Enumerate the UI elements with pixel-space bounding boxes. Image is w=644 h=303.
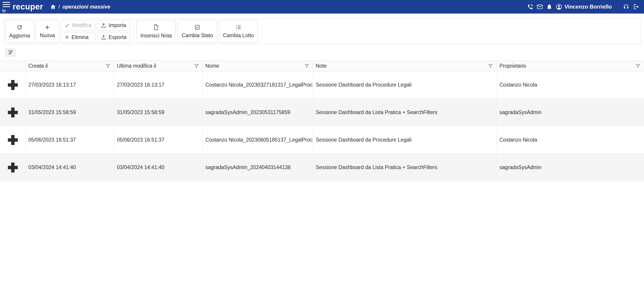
logout-icon[interactable] <box>633 4 639 10</box>
cell-creata-il: 31/05/2023 15:58:59 <box>26 99 114 126</box>
elimina-button[interactable]: Elimina <box>61 32 96 43</box>
import-export-group: Importa Esporta <box>97 20 130 43</box>
cell-proprietario: sagradaSysAdmin <box>496 99 644 126</box>
column-header-note[interactable]: Note <box>313 61 496 71</box>
sidebar-snippet-label: le <box>2 8 6 13</box>
expand-row-button[interactable] <box>6 79 19 91</box>
filter-icon[interactable] <box>106 64 110 68</box>
status-icon <box>194 24 200 30</box>
cell-note: Sessione Dashboard da Lista Pratica + Se… <box>313 154 496 181</box>
column-header-creata-il[interactable]: Creata il <box>26 61 114 71</box>
aggiorna-button[interactable]: Aggiorna <box>5 20 34 43</box>
note-icon <box>153 24 159 31</box>
cambia-lotto-label: Cambia Lotto <box>223 33 254 39</box>
modifica-label: Modifica <box>72 22 92 29</box>
export-icon <box>101 35 106 40</box>
cell-expand <box>0 126 26 154</box>
user-icon <box>556 4 562 10</box>
esporta-button[interactable]: Esporta <box>97 32 130 43</box>
cell-note: Sessione Dashboard da Lista Pratica + Se… <box>313 99 496 126</box>
column-header-nome[interactable]: Nome <box>202 61 313 71</box>
cambia-stato-button[interactable]: Cambia Stato <box>178 20 217 43</box>
expand-icon <box>6 161 19 174</box>
expand-row-button[interactable] <box>6 106 19 119</box>
top-navbar: le recuper / operazioni massive Vincenzo… <box>0 0 644 14</box>
nuova-label: Nuova <box>40 33 55 39</box>
expand-icon <box>6 106 19 119</box>
expand-icon <box>6 134 19 146</box>
cambia-lotto-button[interactable]: Cambia Lotto <box>219 20 258 43</box>
cell-ultima-modifica: 31/05/2023 15:58:59 <box>114 99 202 126</box>
column-header-label: Proprietario <box>500 63 526 69</box>
edit-delete-group: Modifica Elimina <box>61 20 96 43</box>
nuova-button[interactable]: Nuova <box>36 20 59 43</box>
bell-icon[interactable] <box>546 4 552 10</box>
elimina-label: Elimina <box>72 34 88 40</box>
refresh-icon <box>16 24 23 31</box>
cell-note: Sessione Dashboard da Procedure Legali <box>313 71 496 99</box>
cell-nome: Costanzo Nicola_20230605185137_LegalProc… <box>202 126 313 154</box>
data-grid: Creata il Ultima modifica il Nome Note P… <box>0 61 644 181</box>
expand-row-button[interactable] <box>6 161 19 174</box>
grid-header-row: Creata il Ultima modifica il Nome Note P… <box>0 61 644 71</box>
cell-note: Sessione Dashboard da Procedure Legali <box>313 126 496 154</box>
lotto-icon <box>236 24 242 30</box>
cell-expand <box>0 154 26 181</box>
expand-icon <box>6 79 19 91</box>
brand-logo[interactable]: recuper <box>12 2 43 12</box>
toolbar-divider <box>133 20 133 43</box>
importa-label: Importa <box>108 22 126 29</box>
column-header-label: Note <box>316 63 327 69</box>
action-toolbar: Aggiorna Nuova Modifica Elimina Importa <box>4 19 640 44</box>
grid-toolbar <box>0 44 644 61</box>
cell-proprietario: sagradaSysAdmin <box>496 154 644 181</box>
column-header-label: Creata il <box>28 63 48 69</box>
cell-nome: Costanzo Nicola_20230327181317_LegalProc… <box>202 71 313 99</box>
breadcrumb-separator: / <box>58 4 60 10</box>
breadcrumb: / operazioni massive <box>50 4 110 10</box>
table-row: 27/03/2023 16:13:17 27/03/2023 16:13:17 … <box>0 71 644 99</box>
cell-nome: sagradaSysAdmin_20240403144138 <box>202 154 313 181</box>
cambia-stato-label: Cambia Stato <box>182 33 213 39</box>
navbar-left: le recuper / operazioni massive <box>2 0 110 14</box>
user-name: Vincenzo Borriello <box>564 4 612 10</box>
importa-button[interactable]: Importa <box>97 20 130 31</box>
filter-icon[interactable] <box>636 64 640 68</box>
filter-icon[interactable] <box>194 64 199 68</box>
navbar-right: Vincenzo Borriello <box>527 4 639 10</box>
clear-filter-button[interactable] <box>6 49 15 57</box>
plus-icon <box>44 24 50 30</box>
column-header-label: Ultima modifica il <box>117 63 156 69</box>
table-row: 31/05/2023 15:58:59 31/05/2023 15:58:59 … <box>0 99 644 126</box>
column-header-proprietario[interactable]: Proprietario <box>496 61 644 71</box>
home-icon[interactable] <box>50 4 56 10</box>
column-header-label: Nome <box>205 63 219 69</box>
headset-icon[interactable] <box>623 4 629 10</box>
inserisci-nota-button[interactable]: Inserisci Nota <box>136 20 176 43</box>
cell-ultima-modifica: 27/03/2023 16:13:17 <box>114 71 202 99</box>
expand-row-button[interactable] <box>6 134 19 146</box>
esporta-label: Esporta <box>108 34 126 40</box>
cell-nome: sagradaSysAdmin_20230531175859 <box>202 99 313 126</box>
column-header-ultima-modifica[interactable]: Ultima modifica il <box>114 61 202 71</box>
cell-proprietario: Costanzo Nicola <box>496 126 644 154</box>
table-row: 05/06/2023 16:51:37 05/06/2023 16:51:37 … <box>0 126 644 154</box>
cell-creata-il: 05/06/2023 16:51:37 <box>26 126 114 154</box>
menu-icon[interactable] <box>2 2 10 8</box>
mail-icon[interactable] <box>536 4 543 10</box>
cell-expand <box>0 99 26 126</box>
clear-filter-icon <box>8 50 13 55</box>
column-header-expand <box>0 61 26 71</box>
cell-ultima-modifica: 05/06/2023 16:51:37 <box>114 126 202 154</box>
breadcrumb-current: operazioni massive <box>62 4 110 10</box>
edit-icon <box>65 23 70 28</box>
phone-icon[interactable] <box>527 4 533 10</box>
inserisci-nota-label: Inserisci Nota <box>140 33 172 39</box>
filter-icon[interactable] <box>488 64 493 68</box>
modifica-button[interactable]: Modifica <box>61 20 96 31</box>
sidebar-stub: le <box>2 0 12 14</box>
import-icon <box>101 23 106 28</box>
delete-icon <box>65 35 69 40</box>
user-menu[interactable]: Vincenzo Borriello <box>556 4 612 10</box>
filter-icon[interactable] <box>304 64 309 68</box>
